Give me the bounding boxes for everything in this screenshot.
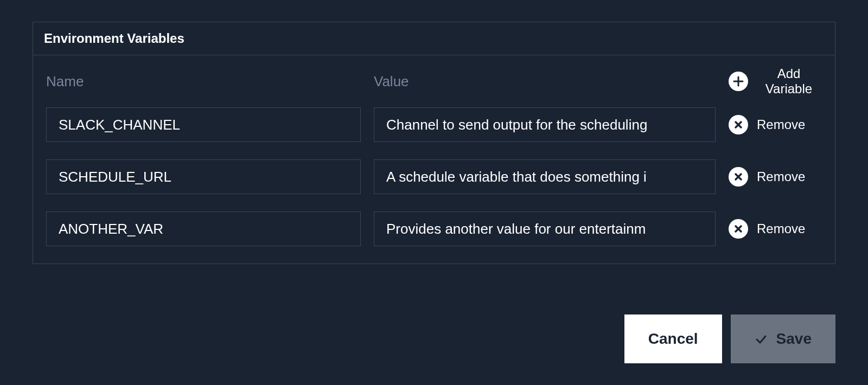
variable-name-input[interactable] [46, 159, 361, 194]
add-variable-button[interactable]: Add Variable [729, 66, 822, 97]
remove-label: Remove [757, 117, 805, 132]
save-label: Save [776, 330, 812, 348]
panel-body: Name Value Add Variable [33, 55, 835, 264]
save-button[interactable]: Save [731, 315, 835, 363]
variable-value-input[interactable] [374, 159, 716, 194]
remove-variable-button[interactable]: Remove [729, 167, 805, 187]
close-icon [729, 219, 748, 239]
variable-row: Remove [46, 159, 822, 194]
panel-header: Environment Variables [33, 22, 835, 55]
check-icon [755, 332, 768, 345]
footer-buttons: Cancel Save [624, 315, 835, 363]
remove-label: Remove [757, 221, 805, 236]
variable-value-input[interactable] [374, 211, 716, 246]
variable-name-input[interactable] [46, 107, 361, 142]
remove-variable-button[interactable]: Remove [729, 115, 805, 134]
variable-name-input[interactable] [46, 211, 361, 246]
variable-row: Remove [46, 107, 822, 142]
column-header-name: Name [46, 73, 361, 90]
remove-label: Remove [757, 169, 805, 184]
panel-title: Environment Variables [44, 31, 824, 46]
close-icon [729, 167, 748, 187]
cancel-label: Cancel [648, 330, 698, 348]
close-icon [729, 115, 748, 134]
cancel-button[interactable]: Cancel [624, 315, 722, 363]
remove-variable-button[interactable]: Remove [729, 219, 805, 239]
columns-header-row: Name Value Add Variable [46, 66, 822, 97]
variable-row: Remove [46, 211, 822, 246]
plus-icon [729, 72, 748, 91]
column-header-value: Value [374, 73, 716, 90]
environment-variables-panel: Environment Variables Name Value Add Var… [33, 22, 835, 264]
variable-value-input[interactable] [374, 107, 716, 142]
add-variable-label: Add Variable [756, 66, 822, 97]
